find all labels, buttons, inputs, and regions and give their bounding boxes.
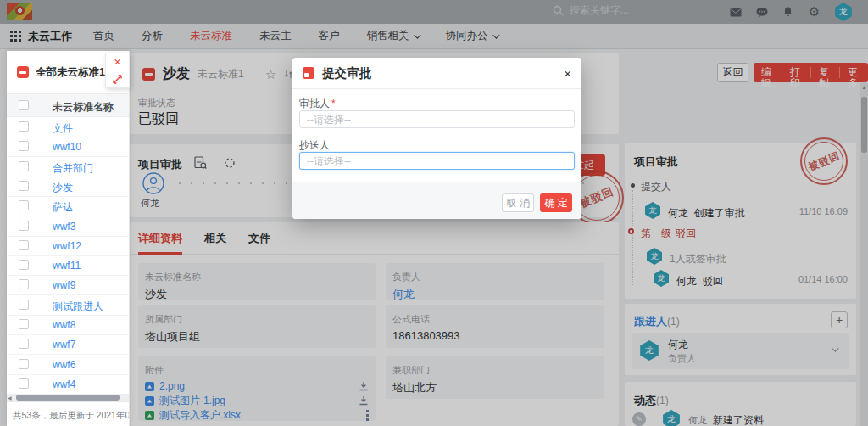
record-link[interactable]: 测试跟进人: [53, 300, 103, 314]
list-row[interactable]: wwf10: [7, 137, 129, 157]
record-type-icon: [17, 66, 29, 78]
row-checkbox[interactable]: [19, 319, 29, 329]
row-checkbox[interactable]: [19, 260, 29, 270]
list-row[interactable]: wwf8: [7, 315, 129, 335]
cc-select[interactable]: [299, 152, 575, 170]
approver-field-label: 审批人*: [299, 97, 336, 111]
record-link[interactable]: wwf10: [53, 141, 81, 153]
record-link[interactable]: wwf3: [53, 221, 75, 233]
column-label: 未云标准名称: [53, 100, 114, 115]
scrollbar-thumb[interactable]: [16, 395, 120, 401]
app-root: ⚙ 龙 未云工作 首页分析未云标准未云主客户销售相关协同办公 沙发 未云标准1 …: [0, 0, 868, 426]
expand-panel-icon[interactable]: [106, 70, 129, 87]
list-row[interactable]: wwf12: [7, 236, 129, 256]
record-link[interactable]: wwf6: [53, 359, 75, 371]
list-row[interactable]: 萨达: [7, 196, 129, 216]
panel-toggle: ×: [105, 53, 130, 88]
list-row[interactable]: wwf9: [7, 275, 129, 295]
record-link[interactable]: 萨达: [53, 200, 73, 215]
row-checkbox[interactable]: [19, 181, 29, 191]
record-count-text: 共53条，最后更新于 2021年01月24日: [13, 410, 129, 422]
record-link[interactable]: wwf4: [53, 378, 75, 390]
row-checkbox[interactable]: [19, 378, 29, 389]
close-panel-icon[interactable]: ×: [106, 53, 129, 70]
submit-approval-modal: 提交审批 × 审批人* 抄送人 取 消 确 定: [292, 58, 581, 219]
cancel-button[interactable]: 取 消: [502, 193, 534, 212]
list-row[interactable]: 合并部门: [7, 157, 129, 177]
approval-modal-icon: [303, 67, 314, 79]
list-row[interactable]: wwf3: [7, 216, 129, 237]
record-list-panel: 全部未云标准1 未云标准名称 文件 wwf10 合并部门 沙发 萨达 wwf3 …: [7, 51, 130, 426]
list-row[interactable]: wwf6: [7, 355, 129, 375]
row-checkbox[interactable]: [19, 359, 29, 369]
cc-field-label: 抄送人: [299, 138, 330, 153]
list-footer: 共53条，最后更新于 2021年01月24日: [7, 401, 129, 426]
record-link[interactable]: 合并部门: [53, 161, 93, 176]
row-checkbox[interactable]: [19, 200, 29, 210]
row-checkbox[interactable]: [19, 279, 29, 289]
modal-header: 提交审批 ×: [292, 58, 581, 89]
row-checkbox[interactable]: [19, 221, 29, 231]
record-link[interactable]: 沙发: [53, 181, 73, 195]
list-row[interactable]: 沙发: [7, 177, 129, 197]
modal-title: 提交审批: [322, 65, 371, 81]
list-title: 全部未云标准1: [36, 65, 105, 80]
row-checkbox[interactable]: [19, 121, 29, 132]
row-checkbox[interactable]: [19, 141, 29, 151]
approver-select[interactable]: [299, 110, 575, 128]
list-row[interactable]: wwf11: [7, 255, 129, 276]
scroll-left-arrow[interactable]: ◀: [8, 395, 12, 401]
row-checkbox[interactable]: [19, 240, 29, 250]
confirm-button[interactable]: 确 定: [540, 193, 572, 212]
list-row[interactable]: 文件: [7, 117, 129, 137]
list-column-header: 未云标准名称: [7, 93, 129, 117]
select-all-checkbox[interactable]: [19, 100, 29, 110]
list-row[interactable]: wwf4: [7, 374, 129, 395]
record-link[interactable]: wwf9: [53, 279, 75, 291]
row-checkbox[interactable]: [19, 161, 29, 171]
close-icon[interactable]: ×: [564, 67, 571, 80]
list-row[interactable]: 测试跟进人: [7, 295, 129, 316]
horizontal-scrollbar[interactable]: ◀: [7, 394, 129, 401]
record-link[interactable]: wwf8: [53, 319, 75, 331]
modal-footer: 取 消 确 定: [292, 182, 581, 219]
row-checkbox[interactable]: [19, 339, 29, 349]
record-link[interactable]: wwf12: [53, 240, 81, 252]
required-mark: *: [331, 98, 336, 109]
record-link[interactable]: wwf7: [53, 339, 75, 350]
row-checkbox[interactable]: [19, 300, 29, 310]
record-link[interactable]: wwf11: [53, 260, 81, 272]
list-row[interactable]: wwf7: [7, 334, 129, 355]
record-link[interactable]: 文件: [53, 121, 73, 136]
